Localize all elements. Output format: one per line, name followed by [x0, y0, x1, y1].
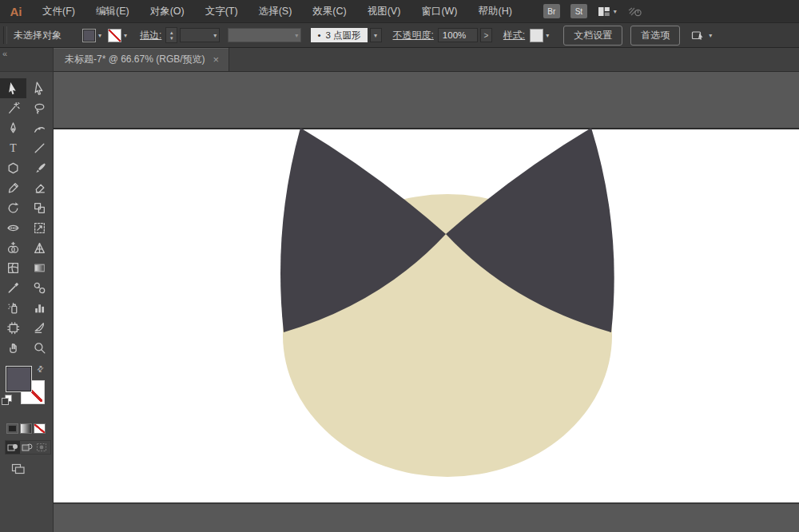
- default-fill-stroke-icon[interactable]: [2, 395, 11, 404]
- width-tool[interactable]: [0, 218, 26, 238]
- paintbrush-tool[interactable]: [26, 158, 53, 178]
- stepper-up-icon[interactable]: ▴: [170, 30, 173, 35]
- expand-arrow-icon: >: [483, 31, 488, 40]
- sync-disabled-icon[interactable]: [627, 5, 643, 18]
- style-swatch[interactable]: [530, 29, 543, 42]
- hand-tool[interactable]: [0, 338, 26, 358]
- polygon-tool[interactable]: [0, 158, 26, 178]
- gradient-icon: [33, 261, 46, 275]
- color-button[interactable]: [6, 423, 18, 434]
- symbol-sprayer-icon: [6, 301, 20, 315]
- bridge-button[interactable]: Br: [543, 4, 560, 18]
- svg-text:T: T: [10, 142, 17, 154]
- menu-item-view[interactable]: 视图(V): [357, 0, 411, 22]
- stroke-weight-dropdown[interactable]: ▾: [180, 28, 220, 42]
- menu-item-select[interactable]: 选择(S): [248, 0, 303, 22]
- style-label[interactable]: 样式:: [503, 29, 525, 42]
- lasso-tool[interactable]: [26, 98, 53, 118]
- document-tab-bar: 未标题-7* @ 66.67% (RGB/预览) ×: [54, 48, 799, 72]
- fill-proxy-swatch[interactable]: [6, 366, 32, 392]
- free-transform-tool[interactable]: [26, 218, 53, 238]
- brush-definition-field[interactable]: • 3 点圆形: [311, 28, 367, 42]
- canvas-area[interactable]: [54, 72, 799, 532]
- mesh-tool[interactable]: [0, 258, 26, 278]
- eyedropper-tool[interactable]: [0, 278, 26, 298]
- opacity-input[interactable]: 100%: [438, 28, 478, 42]
- eraser-tool[interactable]: [26, 178, 53, 198]
- perspective-grid-tool[interactable]: [26, 238, 53, 258]
- screen-mode-button[interactable]: [11, 463, 53, 478]
- width-icon: [6, 221, 20, 235]
- artboard-tool[interactable]: [0, 318, 26, 338]
- touch-workspace-button[interactable]: ▾: [691, 29, 712, 42]
- document-setup-button[interactable]: 文档设置: [563, 26, 622, 46]
- opacity-expand-button[interactable]: >: [480, 28, 492, 42]
- stroke-color-swatch[interactable]: [108, 29, 121, 42]
- fill-color-swatch[interactable]: [82, 29, 96, 42]
- toolbar-collapse-button[interactable]: «: [0, 48, 53, 72]
- brush-dropdown-button[interactable]: ▾: [370, 28, 382, 42]
- line-segment-tool[interactable]: [26, 138, 53, 158]
- menu-item-file[interactable]: 文件(F): [32, 0, 85, 22]
- menu-item-object[interactable]: 对象(O): [140, 0, 195, 22]
- swap-fill-stroke-icon[interactable]: ⇄: [34, 363, 46, 375]
- opacity-label[interactable]: 不透明度:: [393, 29, 434, 42]
- stroke-weight-stepper[interactable]: ▴ ▾: [165, 27, 177, 43]
- menu-items: 文件(F)编辑(E)对象(O)文字(T)选择(S)效果(C)视图(V)窗口(W)…: [32, 0, 523, 22]
- curvature-tool[interactable]: [26, 118, 53, 138]
- stroke-chevron-icon[interactable]: ▾: [124, 32, 127, 39]
- magic-wand-icon: [6, 101, 20, 115]
- shape-builder-tool[interactable]: [0, 238, 26, 258]
- toolbar-panel: « T: [0, 48, 54, 532]
- pencil-icon: [6, 181, 20, 195]
- menu-item-effect[interactable]: 效果(C): [302, 0, 356, 22]
- pencil-tool[interactable]: [0, 178, 26, 198]
- stroke-weight-label[interactable]: 描边:: [140, 29, 161, 42]
- mesh-icon: [6, 261, 20, 275]
- panel-grip[interactable]: [3, 26, 7, 44]
- control-bar: 未选择对象 ▾ ▾ 描边: ▴ ▾ ▾ ▾ • 3 点圆形 ▾ 不透明度: 10…: [0, 22, 799, 48]
- style-chevron-icon[interactable]: ▾: [546, 32, 549, 39]
- preferences-button[interactable]: 首选项: [630, 26, 680, 46]
- width-profile-dropdown[interactable]: ▾: [228, 28, 301, 42]
- draw-normal-button[interactable]: [6, 441, 20, 454]
- tab-close-icon[interactable]: ×: [213, 54, 220, 66]
- curvature-icon: [33, 121, 46, 135]
- menu-bar: Ai 文件(F)编辑(E)对象(O)文字(T)选择(S)效果(C)视图(V)窗口…: [0, 0, 799, 22]
- menu-item-help[interactable]: 帮助(H): [468, 0, 523, 22]
- pen-tool[interactable]: [0, 118, 26, 138]
- blend-tool[interactable]: [26, 278, 53, 298]
- illustrator-logo-icon: Ai: [0, 5, 32, 18]
- menu-item-window[interactable]: 窗口(W): [411, 0, 467, 22]
- type-tool[interactable]: T: [0, 138, 26, 158]
- direct-selection-tool[interactable]: [26, 78, 53, 98]
- selection-tool[interactable]: [0, 78, 26, 98]
- scale-tool[interactable]: [26, 198, 53, 218]
- blend-icon: [33, 281, 46, 295]
- brush-preview-dot: •: [317, 30, 320, 40]
- chevron-down-icon: ▾: [374, 32, 377, 39]
- collapse-chevrons-icon: «: [2, 49, 7, 58]
- slice-tool[interactable]: [26, 318, 53, 338]
- stock-button[interactable]: St: [570, 4, 587, 18]
- cat-head-artwork[interactable]: [54, 72, 799, 532]
- chevron-down-icon: ▾: [709, 32, 712, 39]
- gradient-tool[interactable]: [26, 258, 53, 278]
- stepper-down-icon[interactable]: ▾: [170, 35, 173, 41]
- workspace-switcher-button[interactable]: ▾: [598, 6, 617, 18]
- fill-chevron-icon[interactable]: ▾: [98, 32, 101, 39]
- rotate-tool[interactable]: [0, 198, 26, 218]
- draw-behind-button[interactable]: [20, 441, 34, 454]
- menu-item-type[interactable]: 文字(T): [195, 0, 248, 22]
- gradient-button[interactable]: [20, 423, 32, 434]
- magic-wand-tool[interactable]: [0, 98, 26, 118]
- draw-inside-button[interactable]: [34, 441, 49, 454]
- document-tab[interactable]: 未标题-7* @ 66.67% (RGB/预览) ×: [54, 48, 229, 71]
- artboard-icon: [6, 321, 20, 335]
- zoom-tool[interactable]: [26, 338, 53, 358]
- none-button[interactable]: [34, 423, 46, 434]
- symbol-sprayer-tool[interactable]: [0, 298, 26, 318]
- menu-item-edit[interactable]: 编辑(E): [85, 0, 140, 22]
- document-tab-title: 未标题-7* @ 66.67% (RGB/预览): [65, 53, 205, 66]
- column-graph-tool[interactable]: [26, 298, 53, 318]
